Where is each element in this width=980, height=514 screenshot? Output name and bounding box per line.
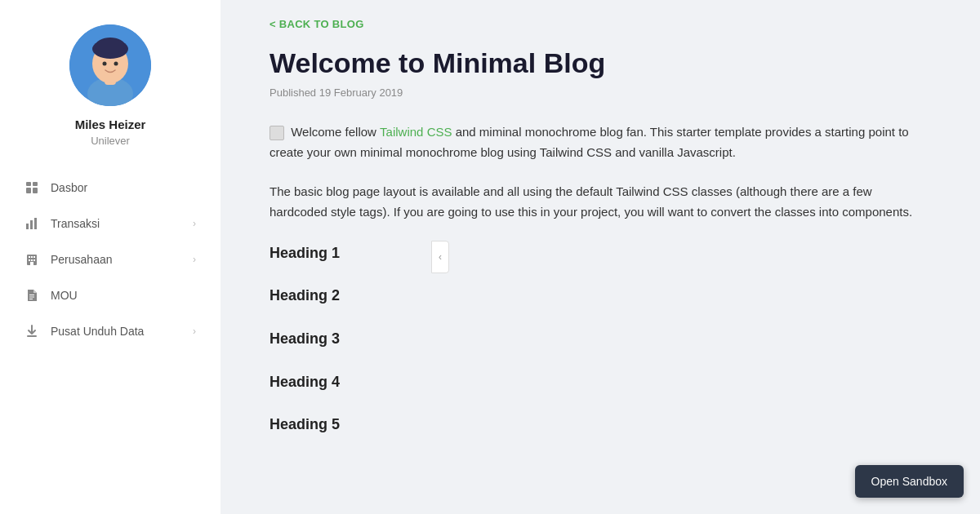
svg-rect-22 [30, 262, 33, 265]
svg-rect-13 [30, 220, 33, 229]
nav-list: Dasbor Transaksi › [0, 170, 220, 349]
sidebar-item-dasbor[interactable]: Dasbor [0, 170, 220, 206]
main-content: < BACK TO BLOG Welcome to Minimal Blog P… [220, 0, 980, 514]
svg-point-7 [114, 62, 118, 66]
svg-rect-23 [29, 295, 34, 295]
file-icon [24, 288, 39, 303]
svg-rect-12 [26, 224, 29, 229]
sidebar-item-label-pusat-unduh: Pusat Unduh Data [51, 325, 144, 338]
chevron-right-icon-transaksi: › [193, 218, 196, 229]
main-wrapper: ‹ < BACK TO BLOG Welcome to Minimal Blog… [220, 0, 980, 514]
svg-rect-8 [26, 182, 31, 186]
post-date: Published 19 February 2019 [270, 86, 931, 99]
download-icon [24, 324, 39, 339]
post-heading-4: Heading 4 [270, 370, 931, 395]
sidebar-item-mou[interactable]: MOU [0, 277, 220, 313]
sidebar-item-label-perusahaan: Perusahaan [51, 253, 113, 266]
svg-rect-14 [34, 218, 37, 229]
svg-point-6 [103, 62, 107, 66]
chart-icon [24, 216, 39, 231]
chevron-right-icon-perusahaan: › [193, 254, 196, 265]
sidebar-item-label-transaksi: Transaksi [51, 217, 100, 230]
post-heading-5: Heading 5 [270, 412, 931, 437]
post-heading-3: Heading 3 [270, 326, 931, 352]
chevron-right-icon-pusat-unduh: › [193, 326, 196, 337]
user-company: Unilever [91, 135, 130, 147]
sidebar-item-label-dasbor: Dasbor [51, 181, 87, 194]
post-title: Welcome to Minimal Blog [270, 47, 931, 80]
svg-point-5 [96, 38, 125, 54]
back-to-blog-link[interactable]: < BACK TO BLOG [270, 18, 364, 30]
svg-rect-17 [31, 256, 33, 258]
open-sandbox-button[interactable]: Open Sandbox [855, 465, 964, 498]
svg-rect-18 [33, 256, 35, 258]
svg-rect-10 [26, 188, 31, 193]
svg-rect-16 [29, 256, 30, 258]
sidebar-item-label-mou: MOU [51, 289, 78, 302]
post-heading-1: Heading 1 [270, 241, 931, 266]
post-body: Welcome fellow Tailwind CSS and miminal … [270, 122, 931, 437]
svg-rect-9 [33, 182, 38, 186]
svg-rect-25 [29, 299, 33, 299]
avatar [69, 24, 151, 106]
post-body-text: The basic blog page layout is available … [270, 181, 931, 223]
tailwind-link[interactable]: Tailwind CSS [380, 125, 452, 139]
svg-rect-21 [33, 259, 35, 261]
svg-rect-19 [29, 259, 30, 261]
sidebar: Miles Heizer Unilever Dasbor [0, 0, 220, 514]
emoji-icon [270, 126, 284, 140]
svg-rect-24 [29, 297, 34, 298]
sidebar-item-pusat-unduh[interactable]: Pusat Unduh Data › [0, 313, 220, 349]
user-name: Miles Heizer [75, 117, 146, 131]
sidebar-collapse-button[interactable]: ‹ [431, 241, 449, 273]
post-heading-2: Heading 2 [270, 283, 931, 308]
intro-text-before: Welcome fellow [291, 125, 380, 139]
post-intro: Welcome fellow Tailwind CSS and miminal … [270, 122, 931, 163]
svg-rect-20 [31, 259, 33, 261]
svg-rect-26 [27, 335, 37, 337]
dashboard-icon [24, 180, 39, 195]
sidebar-item-transaksi[interactable]: Transaksi › [0, 206, 220, 241]
building-icon [24, 252, 39, 267]
sidebar-item-perusahaan[interactable]: Perusahaan › [0, 241, 220, 277]
svg-rect-11 [33, 188, 38, 193]
